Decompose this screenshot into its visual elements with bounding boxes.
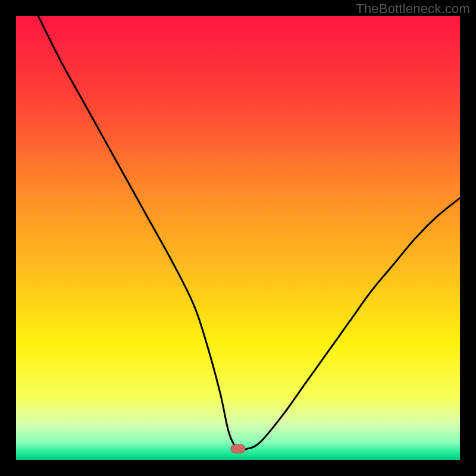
watermark-text: TheBottleneck.com bbox=[356, 1, 470, 17]
chart-svg bbox=[16, 16, 460, 460]
optimum-marker bbox=[231, 444, 245, 453]
gradient-background bbox=[16, 16, 460, 460]
plot-area bbox=[16, 16, 460, 460]
chart-frame: TheBottleneck.com bbox=[0, 0, 476, 476]
